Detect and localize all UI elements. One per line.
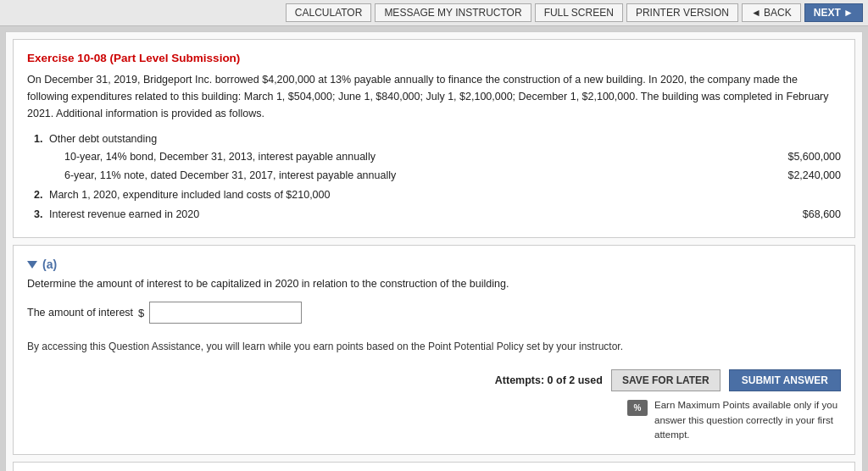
sub-item-amount: $5,600,000 (765, 148, 841, 166)
question-intro-text: On December 31, 2019, Bridgeport Inc. bo… (27, 71, 841, 122)
amount-input-label: The amount of interest (27, 307, 133, 319)
list-item: 3. Interest revenue earned in 2020 $68,6… (34, 206, 841, 224)
main-content: Exercise 10-08 (Part Level Submission) O… (5, 31, 863, 471)
next-button[interactable]: NEXT ► (804, 3, 863, 22)
list-item: 1. Other debt outstanding 10-year, 14% b… (34, 130, 841, 185)
amount-input-row: The amount of interest $ (27, 302, 841, 324)
attempts-section: Attempts: 0 of 2 used SAVE FOR LATER SUB… (495, 369, 841, 442)
item-label: Other debt outstanding (49, 130, 841, 148)
fullscreen-button[interactable]: FULL SCREEN (535, 3, 623, 22)
sub-item-text: 6-year, 11% note, dated December 31, 201… (64, 167, 396, 185)
exercise-question-box: Exercise 10-08 (Part Level Submission) O… (13, 39, 855, 238)
part-a-section: (a) Determine the amount of interest to … (13, 245, 855, 455)
item-content: Other debt outstanding 10-year, 14% bond… (49, 130, 841, 185)
info-list: 1. Other debt outstanding 10-year, 14% b… (34, 130, 841, 224)
attempts-text: Attempts: 0 of 2 used (495, 374, 603, 386)
attempts-row: Attempts: 0 of 2 used SAVE FOR LATER SUB… (495, 369, 841, 391)
part-a-header: (a) (27, 258, 841, 271)
calculator-button[interactable]: CALCULATOR (286, 3, 372, 22)
back-button[interactable]: ◄ BACK (742, 3, 801, 22)
save-for-later-button[interactable]: SAVE FOR LATER (611, 369, 721, 391)
message-instructor-button[interactable]: MESSAGE MY INSTRUCTOR (375, 3, 531, 22)
item-content: Interest revenue earned in 2020 $68,600 (49, 206, 841, 224)
collapse-arrow-icon[interactable] (27, 261, 37, 269)
part-b-section: (b) The parts of this question must be c… (13, 462, 855, 471)
points-text: Earn Maximum Points available only if yo… (654, 398, 841, 442)
item-number: 1. (34, 130, 49, 148)
part-a-description: Determine the amount of interest to be c… (27, 278, 841, 290)
item-content: March 1, 2020, expenditure included land… (49, 186, 841, 204)
item-number: 3. (34, 206, 49, 224)
sub-item-text: 10-year, 14% bond, December 31, 2013, in… (64, 148, 376, 166)
assistance-text: By accessing this Question Assistance, y… (27, 335, 841, 357)
sub-item-row: 6-year, 11% note, dated December 31, 201… (64, 167, 841, 185)
sub-items: 10-year, 14% bond, December 31, 2013, in… (64, 148, 841, 185)
item-amount: $68,600 (752, 206, 841, 224)
points-row: % Earn Maximum Points available only if … (627, 398, 841, 442)
top-navigation: CALCULATOR MESSAGE MY INSTRUCTOR FULL SC… (0, 0, 868, 26)
exercise-title: Exercise 10-08 (Part Level Submission) (27, 52, 841, 64)
sub-item-amount: $2,240,000 (765, 167, 841, 185)
submit-answer-button[interactable]: SUBMIT ANSWER (729, 369, 841, 391)
item-number: 2. (34, 186, 49, 204)
item-label: Interest revenue earned in 2020 (49, 206, 199, 224)
item-label: March 1, 2020, expenditure included land… (49, 189, 330, 201)
sub-item-row: Interest revenue earned in 2020 $68,600 (49, 206, 841, 224)
percent-badge: % (627, 400, 648, 416)
amount-input[interactable] (149, 302, 302, 324)
part-a-label: (a) (42, 258, 57, 271)
printer-version-button[interactable]: PRINTER VERSION (626, 3, 738, 22)
bottom-row: Attempts: 0 of 2 used SAVE FOR LATER SUB… (27, 369, 841, 442)
dollar-sign: $ (138, 307, 144, 319)
sub-item-row: 10-year, 14% bond, December 31, 2013, in… (64, 148, 841, 166)
list-item: 2. March 1, 2020, expenditure included l… (34, 186, 841, 204)
